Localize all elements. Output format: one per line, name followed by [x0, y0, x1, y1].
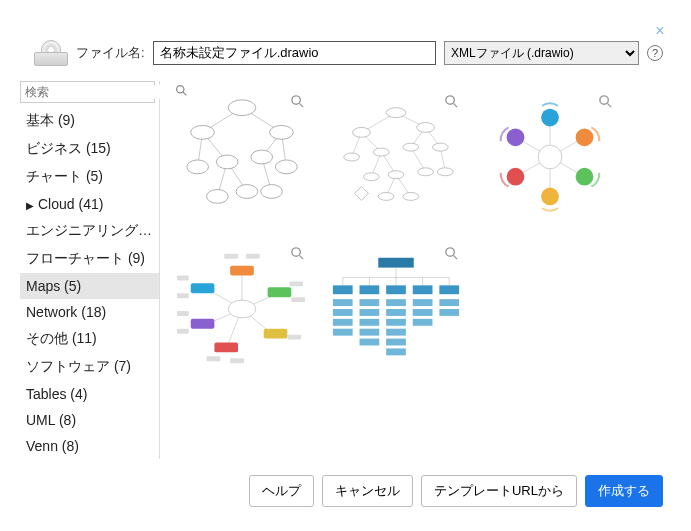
category-item[interactable]: Tables (4)	[20, 381, 159, 407]
svg-rect-114	[386, 309, 406, 316]
svg-rect-117	[333, 319, 353, 326]
svg-rect-110	[413, 299, 433, 306]
filename-label: ファイル名:	[76, 44, 145, 62]
svg-point-20	[207, 190, 229, 204]
close-icon[interactable]: ×	[651, 22, 669, 40]
svg-rect-80	[191, 283, 215, 293]
svg-rect-112	[333, 309, 353, 316]
help-button[interactable]: ヘルプ	[249, 475, 314, 507]
category-label: 基本 (9)	[26, 112, 75, 128]
category-label: Maps (5)	[26, 278, 81, 294]
svg-point-45	[388, 171, 404, 179]
svg-rect-111	[439, 299, 459, 306]
category-list[interactable]: 基本 (9)ビジネス (15)チャート (5)▶Cloud (41)エンジニアリ…	[20, 107, 159, 459]
category-item[interactable]: Network (18)	[20, 299, 159, 325]
category-label: Tables (4)	[26, 386, 87, 402]
svg-rect-118	[360, 319, 380, 326]
svg-point-16	[187, 160, 209, 174]
template-concept-map-flow[interactable]	[326, 87, 466, 227]
svg-rect-125	[386, 339, 406, 346]
category-item[interactable]: フローチャート (9)	[20, 245, 159, 273]
expand-icon: ▶	[26, 200, 34, 211]
svg-rect-102	[333, 285, 353, 294]
category-label: Venn (8)	[26, 438, 79, 454]
format-select[interactable]: XMLファイル (.drawio)	[444, 41, 639, 65]
template-site-map-tree[interactable]	[326, 239, 466, 379]
svg-point-60	[541, 109, 559, 127]
magnify-icon[interactable]	[598, 94, 613, 112]
svg-point-48	[378, 192, 394, 200]
svg-rect-105	[413, 285, 433, 294]
category-item[interactable]: ▶Cloud (41)	[20, 191, 159, 217]
svg-point-17	[216, 155, 238, 169]
category-item[interactable]: ビジネス (15)	[20, 135, 159, 163]
svg-rect-83	[289, 281, 303, 286]
template-concept-map-bubbles[interactable]	[172, 87, 312, 227]
create-button[interactable]: 作成する	[585, 475, 663, 507]
svg-point-66	[292, 248, 300, 256]
magnify-icon[interactable]	[290, 94, 305, 112]
category-item[interactable]: Maps (5)	[20, 273, 159, 299]
svg-point-22	[261, 185, 283, 199]
svg-line-93	[453, 255, 457, 259]
svg-point-51	[600, 96, 608, 104]
svg-rect-90	[177, 275, 189, 280]
svg-rect-88	[177, 311, 189, 316]
svg-point-44	[363, 173, 379, 181]
category-item[interactable]: Venn (8)	[20, 433, 159, 459]
svg-point-74	[228, 300, 256, 318]
svg-point-63	[541, 188, 559, 206]
sidebar: 基本 (9)ビジネス (15)チャート (5)▶Cloud (41)エンジニアリ…	[20, 81, 160, 459]
cancel-button[interactable]: キャンセル	[322, 475, 413, 507]
svg-rect-116	[439, 309, 459, 316]
svg-point-59	[538, 145, 562, 169]
category-label: ビジネス (15)	[26, 140, 111, 156]
svg-point-41	[373, 148, 389, 156]
help-icon[interactable]: ?	[647, 45, 663, 61]
category-item[interactable]: チャート (5)	[20, 163, 159, 191]
svg-point-14	[191, 125, 215, 139]
category-item[interactable]: エンジニアリング ...	[20, 217, 159, 245]
svg-rect-85	[287, 335, 301, 340]
svg-point-64	[507, 168, 525, 186]
search-input[interactable]	[25, 85, 175, 99]
svg-line-3	[299, 103, 303, 107]
svg-rect-84	[291, 297, 305, 302]
magnify-icon[interactable]	[290, 246, 305, 264]
svg-rect-91	[177, 293, 189, 298]
svg-rect-79	[191, 319, 215, 329]
category-item[interactable]: ソフトウェア (7)	[20, 353, 159, 381]
svg-point-92	[446, 248, 454, 256]
from-url-button[interactable]: テンプレートURLから	[421, 475, 577, 507]
svg-point-61	[576, 128, 594, 146]
filename-input[interactable]	[153, 41, 436, 65]
magnify-icon[interactable]	[444, 246, 459, 264]
svg-point-19	[276, 160, 298, 174]
svg-rect-106	[439, 285, 459, 294]
svg-point-13	[228, 100, 256, 116]
svg-rect-101	[378, 258, 413, 268]
category-label: Network (18)	[26, 304, 106, 320]
category-label: UML (8)	[26, 412, 76, 428]
svg-marker-50	[355, 187, 369, 201]
svg-rect-124	[360, 339, 380, 346]
category-label: エンジニアリング ...	[26, 222, 154, 238]
svg-point-47	[437, 168, 453, 176]
svg-point-38	[353, 127, 371, 137]
template-mind-map-radial-color[interactable]	[480, 87, 620, 227]
svg-rect-113	[360, 309, 380, 316]
svg-rect-81	[224, 254, 238, 259]
category-item[interactable]: UML (8)	[20, 407, 159, 433]
category-item[interactable]: 基本 (9)	[20, 107, 159, 135]
svg-point-40	[344, 153, 360, 161]
category-label: チャート (5)	[26, 168, 103, 184]
category-label: Cloud (41)	[38, 196, 103, 212]
svg-point-43	[432, 143, 448, 151]
svg-rect-104	[386, 285, 406, 294]
search-box[interactable]	[20, 81, 155, 103]
magnify-icon[interactable]	[444, 94, 459, 112]
svg-rect-122	[360, 329, 380, 336]
template-mind-map-branch-color[interactable]	[172, 239, 312, 379]
disk-icon	[34, 40, 68, 66]
category-item[interactable]: その他 (11)	[20, 325, 159, 353]
